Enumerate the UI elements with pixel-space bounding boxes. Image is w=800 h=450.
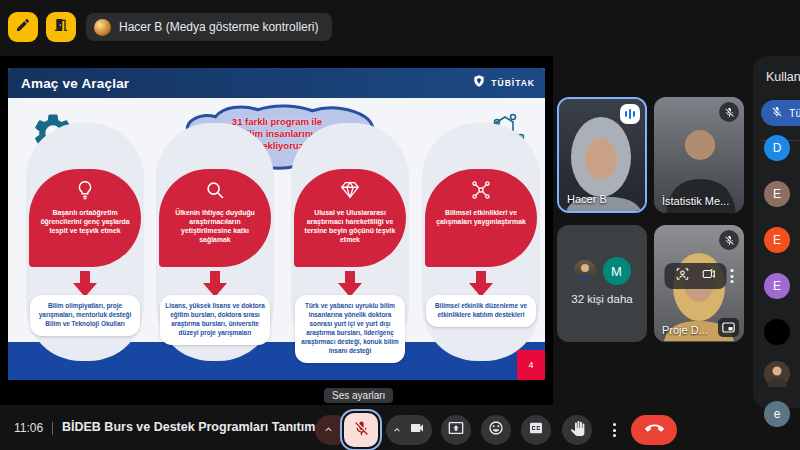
column-detail-card: Lisans, yüksek lisans ve doktora eğitim … — [160, 295, 270, 345]
participant-avatar: E — [764, 181, 790, 207]
slide-page-number: 4 — [517, 350, 545, 380]
participant-avatar: e — [764, 401, 790, 427]
door-icon — [53, 17, 69, 37]
pip-icon[interactable] — [718, 318, 739, 337]
column-goal-text: Ülkenin ihtiyaç duyduğu araştırmacıların… — [166, 209, 264, 245]
muted-mic-icon — [771, 104, 783, 122]
audio-options-chevron[interactable] — [315, 415, 341, 445]
end-call-icon — [645, 419, 664, 442]
captions-button[interactable] — [521, 415, 551, 445]
pen-icon — [15, 17, 31, 37]
muted-mic-icon — [719, 230, 739, 250]
captions-icon — [528, 420, 544, 440]
shared-slide: Amaç ve Araçlar TÜBİTAK 31 farklı progra… — [8, 68, 545, 380]
chevron-up-icon — [392, 421, 402, 439]
presenter-label: Hacer B (Medya gösterme kontrolleri) — [119, 20, 318, 34]
muted-mic-icon — [719, 102, 739, 122]
participants-panel: Kullanıcılar Tümünü sustur D E E E e — [753, 56, 800, 408]
column-goal-bubble: Ulusal ve Uluslararası araştırmacı harek… — [294, 169, 406, 267]
participant-name: Hacer B — [567, 193, 607, 205]
column-detail-card: Bilimsel etkinlik düzenleme ve etkinlikl… — [426, 295, 536, 327]
speaking-indicator-icon — [620, 104, 640, 124]
stacked-avatars: M — [557, 257, 647, 285]
presenter-chip[interactable]: Hacer B (Medya gösterme kontrolleri) — [86, 13, 332, 41]
participant-name: Proje D... — [662, 324, 708, 336]
slide-column-4: Bilimsel etkinlikleri ve çalışmaları yay… — [422, 123, 540, 361]
shield-icon — [472, 74, 486, 92]
present-screen-icon — [448, 420, 464, 440]
tile-hover-controls — [665, 263, 734, 289]
slide-header: Amaç ve Araçlar TÜBİTAK — [8, 68, 545, 98]
raise-hand-button[interactable] — [562, 415, 592, 445]
slide-column-2: Ülkenin ihtiyaç duyduğu araştırmacıların… — [156, 123, 274, 361]
mute-all-label: Tümünü sustur — [789, 107, 800, 119]
diamond-icon — [339, 179, 361, 205]
tubitak-logo: TÜBİTAK — [472, 68, 535, 98]
reactions-button[interactable] — [481, 415, 511, 445]
presentation-stage: Amaç ve Araçlar TÜBİTAK 31 farklı progra… — [0, 56, 553, 405]
slide-column-3: Ulusal ve Uluslararası araştırmacı harek… — [291, 123, 409, 361]
tile-more-options-icon[interactable] — [731, 269, 734, 283]
annotate-button[interactable] — [8, 12, 38, 42]
mic-off-icon — [353, 420, 370, 441]
video-tile-istatistik[interactable]: İstatistik Me... — [654, 97, 744, 213]
present-button[interactable] — [441, 415, 471, 445]
camera-toggle-button[interactable] — [386, 415, 432, 445]
participant-avatar: E — [764, 227, 790, 253]
tubitak-wordmark: TÜBİTAK — [491, 78, 535, 88]
column-goal-text: Ulusal ve Uluslararası araştırmacı harek… — [301, 209, 399, 245]
chevron-up-icon — [323, 421, 334, 439]
column-goal-text: Bilimsel etkinlikleri ve çalışmaları yay… — [432, 209, 530, 227]
participant-photo-avatar — [764, 361, 790, 387]
video-tile-proje-d[interactable]: Proje D... — [654, 225, 744, 342]
column-detail-card: Türk ve yabancı uyruklu bilim insanların… — [295, 295, 405, 363]
slide-title: Amaç ve Araçlar — [21, 76, 129, 91]
presenter-avatar — [94, 19, 111, 36]
slide-column-1: Başarılı ortaöğretim öğrencilerini genç … — [26, 123, 144, 361]
more-participants-tile[interactable]: M 32 kişi daha — [557, 225, 647, 342]
frame-person-button[interactable] — [676, 267, 690, 285]
exit-room-button[interactable] — [46, 12, 76, 42]
mic-tooltip: Ses ayarları — [324, 388, 393, 403]
smiley-icon — [488, 420, 504, 440]
column-goal-bubble: Başarılı ortaöğretim öğrencilerini genç … — [29, 169, 141, 267]
column-goal-bubble: Ülkenin ihtiyaç duyduğu araştırmacıların… — [159, 169, 271, 267]
column-goal-bubble: Bilimsel etkinlikleri ve çalışmaları yay… — [425, 169, 537, 267]
video-tile-hacer-b[interactable]: Hacer B — [557, 97, 647, 213]
magnifier-icon — [204, 179, 226, 205]
avatar — [574, 260, 596, 282]
mic-toggle-button[interactable] — [344, 413, 378, 447]
effects-button[interactable] — [701, 267, 715, 285]
participant-avatar — [764, 319, 790, 345]
column-detail-card: Bilim olimpiyatları, proje yarışmaları, … — [30, 295, 140, 336]
mute-all-button[interactable]: Tümünü sustur — [761, 100, 800, 126]
participant-avatar: D — [764, 135, 790, 161]
more-participants-label: 32 kişi daha — [557, 293, 647, 305]
end-call-button[interactable] — [631, 415, 677, 445]
participant-name: İstatistik Me... — [662, 195, 729, 207]
avatar-letter: M — [603, 257, 631, 285]
participant-avatar: E — [764, 273, 790, 299]
lightbulb-icon — [74, 179, 96, 205]
participants-panel-title: Kullanıcılar — [766, 70, 800, 84]
camera-icon — [409, 420, 425, 440]
network-icon — [470, 179, 492, 205]
column-goal-text: Başarılı ortaöğretim öğrencilerini genç … — [36, 209, 134, 236]
clock-time: 11:06 — [14, 421, 43, 435]
more-options-button[interactable] — [604, 415, 624, 445]
divider — [52, 422, 53, 435]
hand-icon — [570, 421, 585, 440]
